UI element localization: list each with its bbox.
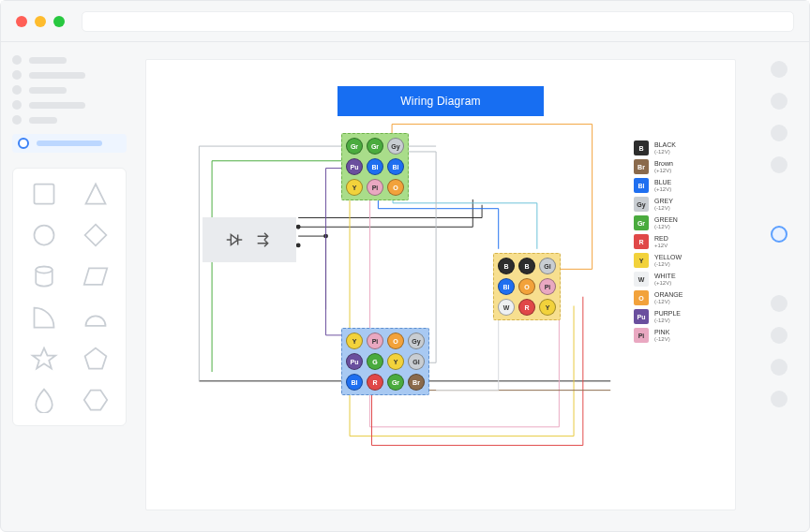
connector-pin[interactable]: Bl xyxy=(387,158,404,175)
address-bar[interactable] xyxy=(82,11,794,32)
shape-half[interactable] xyxy=(80,303,112,332)
shape-square[interactable] xyxy=(28,180,60,208)
legend-row: WWHITE(+12V) xyxy=(634,272,720,287)
svg-point-9 xyxy=(296,225,301,229)
connector-pin[interactable]: Bl xyxy=(346,374,363,391)
shape-quarter[interactable] xyxy=(28,303,60,332)
shape-drop[interactable] xyxy=(28,386,60,414)
close-icon[interactable] xyxy=(16,16,27,27)
legend-row: YYELLOW(-12V) xyxy=(634,253,720,268)
window-controls xyxy=(16,16,65,27)
connector-pin[interactable]: Pu xyxy=(346,158,363,175)
svg-marker-8 xyxy=(83,391,107,410)
connector-pin[interactable]: Gy xyxy=(387,138,404,155)
connector-pin[interactable]: Y xyxy=(387,353,404,370)
minimize-icon[interactable] xyxy=(35,16,46,27)
connector-pin[interactable]: Gr xyxy=(367,138,383,155)
canvas[interactable]: Wiring Diagram xyxy=(145,59,736,510)
right-rail-item[interactable] xyxy=(771,156,788,173)
svg-marker-3 xyxy=(84,225,106,246)
legend-swatch: Gy xyxy=(634,197,649,212)
connector-pin[interactable]: Gl xyxy=(539,258,556,274)
diode-icon xyxy=(224,229,245,250)
sidebar-item[interactable] xyxy=(12,85,127,95)
connector-pin[interactable]: Gr xyxy=(346,138,363,155)
connector-pin[interactable]: R xyxy=(367,374,383,391)
connector-top[interactable]: GrGrGyPuBlBlYPiO xyxy=(341,133,409,200)
right-rail-item[interactable] xyxy=(771,125,788,141)
legend-row: OORANGE(-12V) xyxy=(634,290,720,305)
shape-triangle[interactable] xyxy=(80,180,112,208)
legend-swatch: Br xyxy=(634,159,649,174)
legend-text: YELLOW(-12V) xyxy=(654,254,682,267)
legend-text: GREEN(-12V) xyxy=(654,216,678,229)
connector-pin[interactable]: Bl xyxy=(498,278,515,295)
legend-swatch: Y xyxy=(634,253,649,268)
sidebar-item[interactable] xyxy=(12,55,127,65)
connector-bottom[interactable]: YPiOGyPuGYGlBlRGrBr xyxy=(341,328,429,395)
shape-circle[interactable] xyxy=(28,221,60,249)
connector-pin[interactable]: B xyxy=(518,258,535,274)
right-rail-item[interactable] xyxy=(771,61,788,78)
connector-pin[interactable]: B xyxy=(498,258,515,274)
legend-text: BLACK(-12V) xyxy=(654,141,676,155)
connector-pin[interactable]: Pi xyxy=(367,332,383,349)
connector-pin[interactable]: Br xyxy=(408,374,425,391)
connector-pin[interactable]: Gr xyxy=(387,374,404,391)
connector-pin[interactable]: Y xyxy=(346,332,363,349)
svg-point-2 xyxy=(34,226,53,245)
sidebar-item-selected[interactable] xyxy=(12,134,127,153)
sidebar-item[interactable] xyxy=(12,100,127,110)
connector-pin[interactable]: G xyxy=(367,353,383,370)
legend-text: ORANGE(-12V) xyxy=(654,291,682,304)
right-rail-item[interactable] xyxy=(771,391,788,407)
legend-row: GrGREEN(-12V) xyxy=(634,215,720,230)
connector-right[interactable]: BBGlBlOPiWRY xyxy=(493,253,561,320)
shape-cylinder[interactable] xyxy=(28,262,60,290)
shapes-panel xyxy=(12,168,127,426)
connector-pin[interactable]: O xyxy=(518,278,535,295)
svg-marker-6 xyxy=(32,348,55,369)
connector-pin[interactable]: Gl xyxy=(408,353,425,370)
legend-row: GyGREY(-12V) xyxy=(634,197,720,212)
component-diode[interactable] xyxy=(202,217,296,262)
connector-pin[interactable]: Y xyxy=(346,179,363,196)
legend-text: Brown(+12V) xyxy=(654,160,673,173)
legend-text: WHITE(+12V) xyxy=(654,273,676,286)
right-rail-item[interactable] xyxy=(771,295,788,312)
sidebar-item[interactable] xyxy=(12,115,127,125)
connector-pin[interactable]: Y xyxy=(539,299,556,316)
shape-hexagon[interactable] xyxy=(80,386,112,414)
svg-marker-1 xyxy=(85,185,105,204)
connector-pin[interactable]: O xyxy=(387,179,404,196)
connector-pin[interactable]: Bl xyxy=(367,158,383,175)
right-rail-item[interactable] xyxy=(771,359,788,376)
canvas-area: Wiring Diagram xyxy=(138,42,749,531)
right-rail-item[interactable] xyxy=(771,327,788,344)
legend-text: GREY(-12V) xyxy=(654,198,673,211)
connector-pin[interactable]: Pu xyxy=(346,353,363,370)
svg-rect-0 xyxy=(34,185,53,204)
connector-pin[interactable]: O xyxy=(387,332,404,349)
shape-parallelogram[interactable] xyxy=(80,262,112,290)
shape-star[interactable] xyxy=(28,345,60,373)
svg-point-10 xyxy=(323,234,328,239)
diagram-title: Wiring Diagram xyxy=(338,86,544,116)
titlebar xyxy=(1,1,809,42)
connector-pin[interactable]: W xyxy=(498,299,515,316)
shape-pentagon[interactable] xyxy=(80,345,112,373)
svg-marker-7 xyxy=(84,348,106,369)
legend-row: PuPURPLE(-12V) xyxy=(634,309,720,324)
sidebar-item[interactable] xyxy=(12,70,127,80)
shape-diamond[interactable] xyxy=(80,221,112,249)
connector-pin[interactable]: Gy xyxy=(408,332,425,349)
right-rail-item-selected[interactable] xyxy=(771,226,788,243)
app-body: Wiring Diagram xyxy=(1,42,809,531)
legend-text: BLUE(+12V) xyxy=(654,179,671,192)
right-rail-item[interactable] xyxy=(771,93,788,110)
legend-swatch: Pu xyxy=(634,309,649,324)
connector-pin[interactable]: R xyxy=(518,299,535,316)
connector-pin[interactable]: Pi xyxy=(367,179,383,196)
connector-pin[interactable]: Pi xyxy=(539,278,556,295)
zoom-icon[interactable] xyxy=(53,16,65,27)
